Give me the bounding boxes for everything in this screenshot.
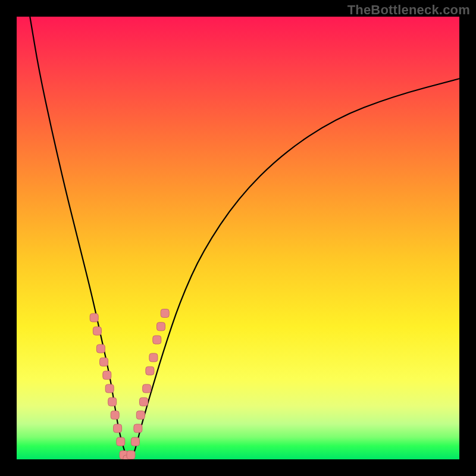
- data-marker: [127, 451, 135, 459]
- data-marker: [96, 345, 105, 353]
- data-marker: [90, 314, 98, 322]
- data-marker: [93, 327, 101, 335]
- data-marker: [114, 424, 122, 433]
- data-marker: [111, 411, 119, 419]
- data-marker: [103, 371, 111, 380]
- data-marker: [136, 411, 145, 419]
- data-marker: [140, 397, 148, 406]
- data-marker: [108, 397, 117, 406]
- bottleneck-curve: [30, 17, 459, 459]
- data-marker: [134, 424, 142, 433]
- plot-area: [17, 17, 459, 459]
- data-marker: [105, 384, 114, 393]
- data-marker: [153, 336, 161, 344]
- data-marker: [146, 367, 154, 375]
- data-marker: [143, 384, 151, 393]
- data-marker: [117, 437, 125, 446]
- data-markers: [90, 309, 169, 460]
- data-marker: [131, 437, 139, 446]
- data-marker: [100, 358, 108, 366]
- data-marker: [157, 322, 165, 331]
- watermark-text: TheBottleneck.com: [347, 2, 470, 18]
- data-marker: [161, 309, 169, 318]
- chart-frame: TheBottleneck.com: [0, 0, 476, 476]
- bottleneck-curve-svg: [17, 17, 459, 459]
- data-marker: [149, 353, 158, 362]
